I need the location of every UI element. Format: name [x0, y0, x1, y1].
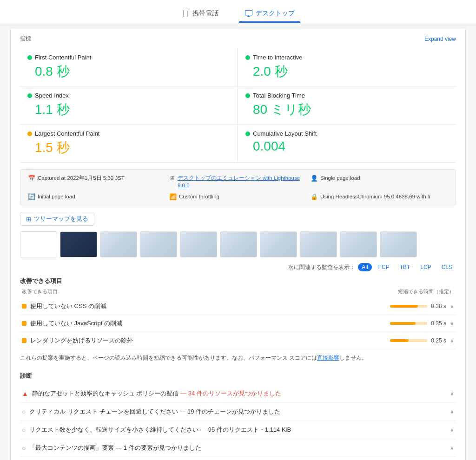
filmstrip-frame-3 — [140, 231, 177, 257]
tab-mobile[interactable]: 携帯電話 — [176, 6, 224, 23]
diag-chevron-0: ∨ — [450, 390, 454, 397]
diag-main-text-0: 静的なアセットと効率的なキャッシュ ポリシーの配信 — [32, 390, 179, 397]
si-name: Speed Index — [35, 92, 69, 99]
info-captured: 📅 Captured at 2022年1月5日 5:30 JST — [28, 174, 165, 189]
diag-main-text-1: クリティカル リクエスト チェーンを回避してください — [29, 408, 178, 415]
info-icon-1: ○ — [22, 408, 26, 415]
diag-row-2[interactable]: ○ リクエスト数を少なく、転送サイズを小さく維持してください — 95 件のリク… — [20, 421, 456, 439]
svg-rect-0 — [184, 10, 187, 17]
opp-right-0: 0.38 s ∨ — [390, 303, 454, 309]
reload-icon: 🔄 — [28, 193, 35, 200]
chevron-icon-2: ∨ — [450, 337, 454, 344]
info-emulation: 🖥 デスクトップのエミュレーション with Lighthouse 9.0.0 — [169, 174, 307, 189]
footnote: これらの提案を実施すると、ページの読み込み時間を短縮できる可能性があります。なお… — [20, 354, 456, 362]
warning-icon-0: ▲ — [22, 390, 28, 397]
opp-icon-0 — [22, 304, 26, 309]
filter-fcp[interactable]: FCP — [375, 263, 393, 271]
treemap-button[interactable]: ⊞ ツリーマップを見る — [20, 212, 94, 226]
opp-label-0: 使用していない CSS の削減 — [30, 302, 106, 310]
filter-tbt[interactable]: TBT — [396, 263, 414, 271]
audit-filter: 次に関連する監査を表示： All FCP TBT LCP CLS — [20, 263, 456, 271]
opp-time-1: 0.35 s — [431, 320, 446, 327]
filmstrip-frame-9 — [380, 231, 417, 257]
diag-row-0[interactable]: ▲ 静的なアセットと効率的なキャッシュ ポリシーの配信 — 34 件のリソースが… — [20, 385, 456, 403]
opp-bar-container-1 — [390, 322, 427, 325]
metric-si: Speed Index 1.1 秒 — [20, 86, 238, 125]
filmstrip-frame-4 — [180, 231, 217, 257]
calendar-icon: 📅 — [28, 175, 35, 182]
opp-row-0[interactable]: 使用していない CSS の削減 0.38 s ∨ — [20, 298, 456, 315]
filmstrip-frame-5 — [220, 231, 257, 257]
tti-status-dot — [245, 55, 250, 60]
opp-icon-2 — [22, 338, 26, 343]
footnote-link[interactable]: 直接影響 — [317, 355, 339, 361]
diag-detail-1: — 19 件のチェーンが見つかりました — [178, 408, 280, 415]
diag-row-1[interactable]: ○ クリティカル リクエスト チェーンを回避してください — 19 件のチェーン… — [20, 403, 456, 421]
filmstrip-frame-0 — [20, 231, 57, 257]
info-throttling: 📶 Custom throttling — [169, 193, 307, 200]
metrics-grid: First Contentful Paint 0.8 秒 Time to Int… — [20, 48, 456, 163]
svg-rect-2 — [245, 10, 252, 15]
mobile-icon — [181, 9, 190, 18]
info-chromium-text: Using HeadlessChromium 95.0.4638.69 with… — [320, 193, 430, 200]
diag-row-4[interactable]: ○ レイアウトが大きく変わらないようにする — 3件の要素が見つかりました ∨ — [20, 457, 456, 460]
info-emulation-text: デスクトップのエミュレーション with Lighthouse 9.0.0 — [178, 174, 307, 189]
expand-link[interactable]: Expand view — [424, 36, 456, 42]
filter-lcp[interactable]: LCP — [416, 263, 435, 271]
main-panel: 指標 Expand view First Contentful Paint 0.… — [10, 27, 466, 460]
diag-main-text-2: リクエスト数を少なく、転送サイズを小さく維持してください — [29, 426, 198, 433]
tabs-bar: 携帯電話 デスクトップ — [0, 0, 476, 23]
filmstrip-frame-2 — [100, 231, 137, 257]
opp-time-label: 短縮できる時間（推定） — [398, 288, 454, 295]
wifi-icon: 📶 — [169, 193, 177, 200]
filter-cls[interactable]: CLS — [438, 263, 456, 271]
desktop-emul-icon: 🖥 — [169, 175, 175, 182]
diag-chevron-2: ∨ — [450, 427, 454, 433]
cls-status-dot — [245, 131, 250, 136]
footnote-end: しません。 — [339, 355, 367, 361]
opp-bar-2 — [390, 339, 409, 342]
diag-detail-2: — 95 件のリクエスト・1,114 KiB — [198, 426, 291, 433]
opp-label-2: レンダリングを妨げるリソースの除外 — [30, 336, 133, 345]
opp-bar-container-2 — [390, 339, 427, 342]
diag-text-0: 静的なアセットと効率的なキャッシュ ポリシーの配信 — 34 件のリソースが見つ… — [32, 389, 281, 398]
opp-row-1[interactable]: 使用していない JavaScript の削減 0.35 s ∨ — [20, 315, 456, 332]
opp-bar-0 — [390, 305, 418, 308]
tab-mobile-label: 携帯電話 — [192, 9, 218, 18]
opp-time-0: 0.38 s — [431, 303, 446, 309]
info-pageload: 👤 Single page load — [311, 174, 448, 189]
opp-right-1: 0.35 s ∨ — [390, 320, 454, 327]
treemap-icon: ⊞ — [26, 216, 31, 223]
emulation-link[interactable]: デスクトップのエミュレーション with Lighthouse 9.0.0 — [178, 175, 300, 188]
opp-time-2: 0.25 s — [431, 337, 446, 344]
fcp-name: First Contentful Paint — [35, 54, 91, 61]
tbt-status-dot — [245, 93, 250, 98]
info-chromium: 🔒 Using HeadlessChromium 95.0.4638.69 wi… — [311, 193, 448, 200]
opp-label-1: 使用していない JavaScript の削減 — [30, 319, 122, 328]
metric-tbt: Total Blocking Time 80 ミリ秒 — [238, 86, 456, 125]
opp-left-1: 使用していない JavaScript の削減 — [22, 319, 122, 328]
diag-row-3[interactable]: ○ 「最大コンテンツの描画」要素 — 1 件の要素が見つかりました ∨ — [20, 439, 456, 457]
opp-left-2: レンダリングを妨げるリソースの除外 — [22, 336, 133, 345]
opportunities-header: 改善できる項目 短縮できる時間（推定） — [20, 288, 456, 295]
footnote-text: これらの提案を実施すると、ページの読み込み時間を短縮できる可能性があります。なお… — [20, 355, 317, 361]
diag-text-2: リクエスト数を少なく、転送サイズを小さく維持してください — 95 件のリクエス… — [29, 426, 291, 434]
lcp-name: Largest Contentful Paint — [35, 130, 99, 137]
filmstrip — [20, 231, 456, 257]
chevron-icon-1: ∨ — [450, 320, 454, 327]
diag-left-0: ▲ 静的なアセットと効率的なキャッシュ ポリシーの配信 — 34 件のリソースが… — [22, 389, 446, 398]
opp-bar-1 — [390, 322, 415, 325]
info-pageload-text: Single page load — [320, 174, 360, 182]
opp-row-2[interactable]: レンダリングを妨げるリソースの除外 0.25 s ∨ — [20, 332, 456, 349]
filmstrip-frame-8 — [340, 231, 377, 257]
tti-name: Time to Interactive — [253, 54, 302, 61]
tab-desktop[interactable]: デスクトップ — [239, 6, 300, 23]
diag-left-2: ○ リクエスト数を少なく、転送サイズを小さく維持してください — 95 件のリク… — [22, 426, 446, 434]
lock-icon: 🔒 — [311, 193, 318, 200]
diag-detail-3: — 1 件の要素が見つかりました — [114, 444, 201, 451]
filter-all[interactable]: All — [358, 263, 371, 271]
opp-col-label: 改善できる項目 — [22, 288, 58, 295]
filmstrip-frame-1 — [60, 231, 97, 257]
section-label: 指標 — [20, 35, 31, 43]
info-captured-text: Captured at 2022年1月5日 5:30 JST — [38, 174, 125, 182]
